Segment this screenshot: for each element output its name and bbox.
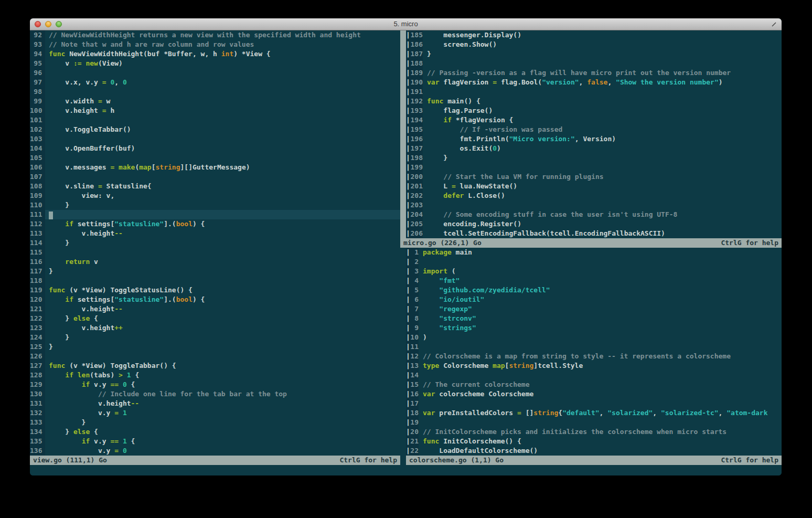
- code-line[interactable]: 96: [30, 68, 400, 78]
- code-line[interactable]: 122 } else {: [30, 314, 400, 323]
- code-line[interactable]: 110 }: [30, 200, 400, 210]
- split-bar-glyph: |: [406, 314, 410, 323]
- code-line[interactable]: |197 os.Exit(0): [406, 144, 782, 153]
- code-line[interactable]: 134 } else {: [30, 427, 400, 437]
- code-line[interactable]: 95 v := new(View): [30, 59, 400, 68]
- code-line[interactable]: 105: [30, 153, 400, 163]
- code-line[interactable]: 123 v.height++: [30, 323, 400, 333]
- code-line[interactable]: |199: [406, 163, 782, 172]
- code-line[interactable]: |6 "io/ioutil": [406, 295, 782, 304]
- resize-icon[interactable]: [770, 20, 778, 28]
- code-line[interactable]: |17: [406, 399, 782, 408]
- code-line[interactable]: 97 v.x, v.y = 0, 0: [30, 78, 400, 87]
- code-line[interactable]: 99 v.width = w: [30, 97, 400, 106]
- code-line[interactable]: 119func (v *View) ToggleStatusLine() {: [30, 286, 400, 295]
- code-line[interactable]: 131 v.height--: [30, 399, 400, 408]
- code-line[interactable]: 107: [30, 172, 400, 182]
- code-line[interactable]: 109 view: v,: [30, 191, 400, 200]
- code-line[interactable]: 111: [30, 210, 400, 219]
- code-line[interactable]: |192func main() {: [406, 97, 782, 106]
- code-line[interactable]: |14: [406, 371, 782, 380]
- code-line[interactable]: |188: [406, 59, 782, 68]
- code-line[interactable]: |12// Colorscheme is a map from string t…: [406, 352, 782, 361]
- code-line[interactable]: |7 "regexp": [406, 304, 782, 314]
- code-line[interactable]: |21func InitColorscheme() {: [406, 437, 782, 446]
- code-line[interactable]: 128 if len(tabs) > 1 {: [30, 371, 400, 380]
- code-line[interactable]: 120 if settings["statusline"].(bool) {: [30, 295, 400, 304]
- code-line[interactable]: |189// Passing -version as a flag will h…: [406, 68, 782, 78]
- code-line[interactable]: |202 defer L.Close(): [406, 191, 782, 200]
- code-line[interactable]: |194 if *flagVersion {: [406, 115, 782, 125]
- editor-pane-micro-go[interactable]: |185 messenger.Display()|186 screen.Show…: [406, 30, 782, 238]
- code-line[interactable]: |2: [406, 257, 782, 267]
- code-line[interactable]: |186 screen.Show(): [406, 40, 782, 49]
- code-line[interactable]: 132 v.y = 1: [30, 408, 400, 418]
- line-number: 13: [410, 361, 419, 371]
- code-line[interactable]: 113 v.height--: [30, 229, 400, 238]
- code-line[interactable]: |191: [406, 87, 782, 97]
- code-line[interactable]: 100 v.height = h: [30, 106, 400, 115]
- code-line[interactable]: |201 L = lua.NewState(): [406, 182, 782, 191]
- code-line[interactable]: 135 if v.y == 1 {: [30, 437, 400, 446]
- code-line[interactable]: |1package main: [406, 248, 782, 257]
- code-line[interactable]: |8 "strconv": [406, 314, 782, 323]
- code-line[interactable]: |185 messenger.Display(): [406, 30, 782, 40]
- code-line[interactable]: |3import (: [406, 267, 782, 276]
- code-line[interactable]: |206 tcell.SetEncodingFallback(tcell.Enc…: [406, 229, 782, 238]
- code-line[interactable]: |16var colorscheme Colorscheme: [406, 389, 782, 399]
- code-line[interactable]: 106 v.messages = make(map[string][]Gutte…: [30, 163, 400, 172]
- code-line[interactable]: 104 v.OpenBuffer(buf): [30, 144, 400, 153]
- code-line[interactable]: |190var flagVersion = flag.Bool("version…: [406, 78, 782, 87]
- code-line[interactable]: |15// The current colorscheme: [406, 380, 782, 389]
- code-line[interactable]: 126: [30, 352, 400, 361]
- code-line[interactable]: 93// Note that w and h are raw column an…: [30, 40, 400, 49]
- code-line[interactable]: 125}: [30, 342, 400, 352]
- code-line[interactable]: 116 return v: [30, 257, 400, 267]
- code-line[interactable]: 118: [30, 276, 400, 286]
- code-line[interactable]: 133 }: [30, 418, 400, 427]
- editor-pane-view-go[interactable]: 92// NewViewWidthHeight returns a new vi…: [30, 30, 400, 456]
- code-line[interactable]: |193 flag.Parse(): [406, 106, 782, 115]
- code-line[interactable]: 112 if settings["statusline"].(bool) {: [30, 219, 400, 229]
- code-line[interactable]: |204 // Some encoding stuff in case the …: [406, 210, 782, 219]
- code-line[interactable]: |11: [406, 342, 782, 352]
- code-line[interactable]: 121 v.height--: [30, 304, 400, 314]
- statusline-help-hint: CtrlG for help: [339, 456, 397, 465]
- code-line[interactable]: |200 // Start the Lua VM for running plu…: [406, 172, 782, 182]
- code-line[interactable]: 108 v.sline = Statusline{: [30, 182, 400, 191]
- split-bar-glyph: |: [406, 323, 410, 333]
- code-line[interactable]: |20// InitColorscheme picks and initiali…: [406, 427, 782, 437]
- code-line[interactable]: 136 v.y = 0: [30, 446, 400, 456]
- code-line[interactable]: |22 LoadDefaultColorscheme(): [406, 446, 782, 456]
- code-line[interactable]: 98: [30, 87, 400, 97]
- code-line[interactable]: 127func (v *View) ToggleTabbar() {: [30, 361, 400, 371]
- code-line[interactable]: |196 fmt.Println("Micro version:", Versi…: [406, 134, 782, 144]
- code-line[interactable]: |4 "fmt": [406, 276, 782, 286]
- code-line[interactable]: |5 "github.com/zyedidia/tcell": [406, 286, 782, 295]
- code-line[interactable]: 130 // Include one line for the tab bar …: [30, 389, 400, 399]
- code-line[interactable]: 103: [30, 134, 400, 144]
- code-line[interactable]: |187}: [406, 49, 782, 59]
- line-number: 5: [410, 286, 419, 295]
- code-line[interactable]: |13type Colorscheme map[string]tcell.Sty…: [406, 361, 782, 371]
- code-line[interactable]: |10): [406, 333, 782, 342]
- code-line[interactable]: |195 // If -version was passed: [406, 125, 782, 134]
- code-line[interactable]: 101: [30, 115, 400, 125]
- code-line[interactable]: 115: [30, 248, 400, 257]
- code-line[interactable]: 94func NewViewWidthHeight(buf *Buffer, w…: [30, 49, 400, 59]
- code-line[interactable]: |203: [406, 200, 782, 210]
- code-line[interactable]: 117}: [30, 267, 400, 276]
- titlebar[interactable]: 5. micro: [30, 18, 782, 30]
- code-line[interactable]: 129 if v.y == 0 {: [30, 380, 400, 389]
- code-line[interactable]: 92// NewViewWidthHeight returns a new vi…: [30, 30, 400, 40]
- code-line[interactable]: |9 "strings": [406, 323, 782, 333]
- code-line[interactable]: |18var preInstalledColors = []string{"de…: [406, 408, 782, 418]
- code-line[interactable]: 102 v.ToggleTabbar(): [30, 125, 400, 134]
- code-line[interactable]: 124 }: [30, 333, 400, 342]
- code-line[interactable]: |205 encoding.Register(): [406, 219, 782, 229]
- split-bar-glyph: |: [406, 371, 410, 380]
- code-line[interactable]: |198 }: [406, 153, 782, 163]
- editor-pane-colorscheme-go[interactable]: |1package main|2|3import (|4 "fmt"|5 "gi…: [406, 248, 782, 456]
- code-line[interactable]: |19: [406, 418, 782, 427]
- code-line[interactable]: 114 }: [30, 238, 400, 248]
